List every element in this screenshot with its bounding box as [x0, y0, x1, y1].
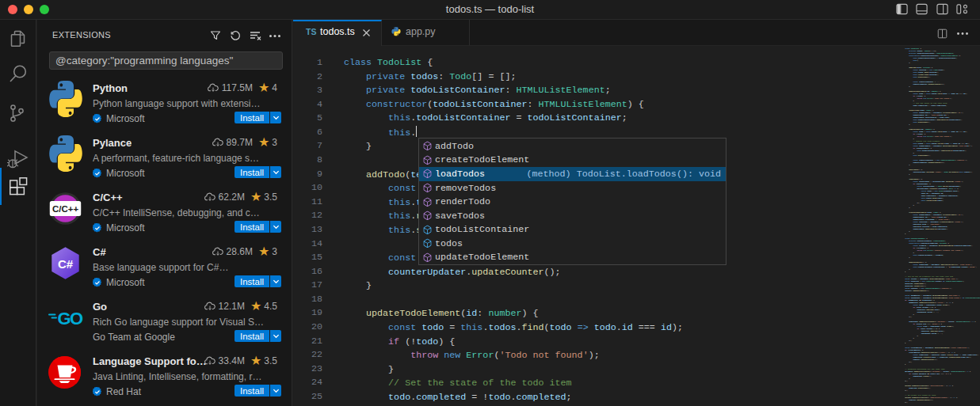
svg-text:C/C++: C/C++ — [52, 204, 79, 214]
svg-text:GO: GO — [58, 309, 84, 328]
svg-text:C#: C# — [58, 257, 74, 271]
